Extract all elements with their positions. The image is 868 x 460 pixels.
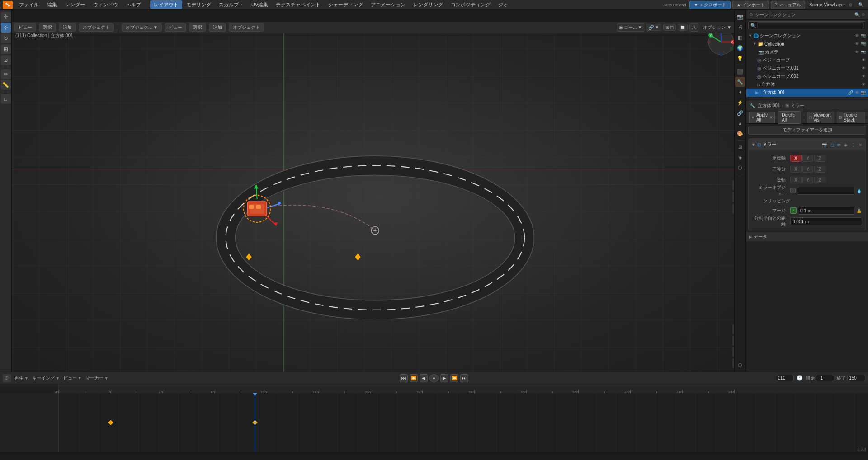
bisect-x-btn[interactable]: X xyxy=(790,166,802,173)
annotate-tool[interactable]: ✏ xyxy=(1,69,11,79)
mod-render-icon[interactable]: 📷 xyxy=(821,141,828,148)
keying-dropdown[interactable]: キーイング ▼ xyxy=(32,375,60,381)
tree-col-eye-btn[interactable]: 👁 xyxy=(854,42,859,46)
playback-mode-dropdown[interactable]: 再生 ▼ xyxy=(14,375,28,381)
merge-value-input[interactable]: 0.1 m xyxy=(798,207,854,215)
tree-item-bezier3[interactable]: ◎ ベジエカーブ.002 👁 xyxy=(746,72,868,80)
mod-cage-icon[interactable]: ◈ xyxy=(843,141,849,148)
export-btn[interactable]: ▼ エクスポート xyxy=(689,1,731,9)
tree-b2-eye-btn[interactable]: 👁 xyxy=(861,66,866,70)
extra-btn-3[interactable]: ⬡ xyxy=(735,163,745,173)
jump-to-start-btn[interactable]: ⏮ xyxy=(400,374,408,382)
tree-c2-constraint-btn[interactable]: 🔗 xyxy=(848,90,854,95)
tab-uv[interactable]: UV編集 xyxy=(248,0,272,9)
menu-help[interactable]: ヘルプ xyxy=(123,0,145,9)
data-section-header[interactable]: ▶ データ xyxy=(746,232,868,241)
tree-render-btn[interactable]: 📷 xyxy=(860,33,866,38)
current-frame-input[interactable] xyxy=(776,375,794,381)
tree-item-cube1[interactable]: □ 立方体 👁 xyxy=(746,80,868,89)
mod-viewport-icon[interactable]: ◻ xyxy=(830,141,835,148)
scale-tool[interactable]: ⊞ xyxy=(1,44,11,54)
viewport-shading[interactable]: 🔗 ▼ xyxy=(646,24,661,31)
tree-item-bezier1[interactable]: ◎ ベジエカーブ 👁 xyxy=(746,56,868,64)
tab-texture[interactable]: テクスチャペイント xyxy=(272,0,324,9)
manual-btn[interactable]: ? マニュアル xyxy=(771,1,805,9)
step-back-btn[interactable]: ◀ xyxy=(420,374,428,382)
delete-all-btn[interactable]: Delete All xyxy=(778,111,801,124)
tab-rendering[interactable]: レンダリング xyxy=(410,0,447,9)
outliner-filter-btn[interactable]: 🔍 xyxy=(854,12,860,17)
output-props-btn[interactable]: 🖨 xyxy=(735,22,745,32)
move-tool[interactable]: ⊹ xyxy=(1,23,11,33)
flip-z-btn[interactable]: Z xyxy=(814,177,825,183)
mod-edit-icon[interactable]: ✏ xyxy=(836,141,842,148)
scene-props-btn[interactable]: 🌍 xyxy=(735,43,745,53)
tab-modeling[interactable]: モデリング xyxy=(183,0,215,9)
start-frame-input[interactable] xyxy=(816,375,834,381)
add-btn[interactable]: 追加 xyxy=(59,23,76,32)
tree-cam-eye-btn[interactable]: 👁 xyxy=(854,50,859,54)
mode-selector[interactable]: オブジェク... ▼ xyxy=(122,23,162,32)
measure-tool[interactable]: 📏 xyxy=(1,80,11,90)
shading-selector[interactable]: ◉ ロー... ▼ xyxy=(617,23,644,32)
bisect-y-btn[interactable]: Y xyxy=(802,166,814,173)
tab-sculpt[interactable]: スカルプト xyxy=(215,0,247,9)
merge-lock-btn[interactable]: 🔒 xyxy=(856,207,862,214)
menu-file[interactable]: ファイル xyxy=(15,0,42,9)
physics-props-btn[interactable]: ⚡ xyxy=(735,98,745,108)
flip-x-btn[interactable]: X xyxy=(790,177,802,183)
proportional-edit[interactable]: 八 xyxy=(689,23,698,32)
view-dropdown[interactable]: ビュー ▼ xyxy=(63,375,82,381)
addon-btn-1[interactable]: ⬡ xyxy=(735,360,745,370)
tree-col-render-btn[interactable]: 📷 xyxy=(860,42,866,46)
y-axis-btn[interactable]: Y xyxy=(802,155,814,162)
tree-b3-eye-btn[interactable]: 👁 xyxy=(861,74,866,79)
add-selector[interactable]: 追加 xyxy=(209,23,226,32)
snap-toggle[interactable]: 🔲 xyxy=(678,24,688,31)
modifier-props-btn active[interactable]: 🔧 xyxy=(735,77,745,87)
options-btn[interactable]: オプション ▼ xyxy=(703,24,731,31)
x-axis-btn[interactable]: X xyxy=(790,155,802,162)
tree-item-camera[interactable]: 📷 カメラ 👁 📷 xyxy=(746,48,868,56)
extra-btn-1[interactable]: ⊠ xyxy=(735,142,745,152)
outliner-settings-btn[interactable]: ⚙ xyxy=(861,12,865,17)
flip-y-btn[interactable]: Y xyxy=(802,177,814,183)
merge-checkbox[interactable] xyxy=(790,207,797,214)
mirror-modifier-header[interactable]: ▼ ⊞ ミラー 📷 ◻ ✏ ◈ ⋮ ✕ xyxy=(749,139,866,150)
jump-to-end-btn[interactable]: ⏭ xyxy=(460,374,468,382)
tree-cam-render-btn[interactable]: 📷 xyxy=(860,50,866,54)
step-forward-btn[interactable]: ▶ xyxy=(440,374,448,382)
mod-close-icon[interactable]: ✕ xyxy=(858,141,863,148)
z-axis-btn[interactable]: Z xyxy=(814,155,825,162)
tree-b1-eye-btn[interactable]: 👁 xyxy=(861,58,866,62)
rotate-tool[interactable]: ↻ xyxy=(1,33,11,43)
view-btn[interactable]: ビュー xyxy=(14,23,36,32)
particles-props-btn[interactable]: ✦ xyxy=(735,87,745,97)
import-btn[interactable]: ▲ インポート xyxy=(732,1,769,9)
tab-shading[interactable]: シェーディング xyxy=(325,0,367,9)
jump-back-btn[interactable]: ⏪ xyxy=(410,374,418,382)
tab-geo[interactable]: ジオ xyxy=(495,0,512,9)
select-btn[interactable]: 選択 xyxy=(39,23,56,32)
view-layer-props-btn[interactable]: ◧ xyxy=(735,33,745,42)
tree-item-collection[interactable]: ▼ 📁 Collection 👁 📷 xyxy=(746,40,868,48)
tree-c1-eye-btn[interactable]: 👁 xyxy=(861,82,866,87)
object-props-btn[interactable]: ⬛ xyxy=(735,66,745,76)
extra-btn-2[interactable]: ◈ xyxy=(735,152,745,162)
play-pause-btn[interactable]: ● xyxy=(429,374,439,382)
playhead[interactable] xyxy=(255,393,255,452)
material-props-btn[interactable]: 🎨 xyxy=(735,129,745,139)
tab-compositing[interactable]: コンポジティング xyxy=(447,0,494,9)
mirror-obj-input[interactable] xyxy=(797,187,854,195)
add-modifier-btn[interactable]: モディファイアーを追加 xyxy=(748,126,866,135)
toggle-stack-btn[interactable]: Toggle Stack xyxy=(844,113,863,122)
data-props-btn[interactable]: ▲ xyxy=(735,118,745,128)
tab-animation[interactable]: アニメーション xyxy=(367,0,409,9)
transform-tool[interactable]: ⊿ xyxy=(1,55,11,65)
mod-dots-icon[interactable]: ⋮ xyxy=(850,141,856,148)
cursor-tool[interactable]: ✛ xyxy=(1,12,11,22)
object-selector[interactable]: オブジェクト xyxy=(229,23,264,32)
menu-window[interactable]: ウィンドウ xyxy=(90,0,122,9)
add-cube-tool[interactable]: □ xyxy=(1,94,11,104)
select-selector[interactable]: 選択 xyxy=(189,23,206,32)
